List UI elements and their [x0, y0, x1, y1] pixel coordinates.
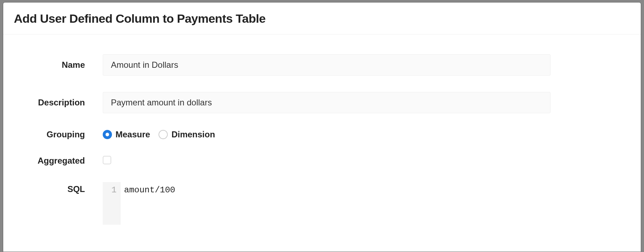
label-description: Description — [17, 98, 103, 108]
radio-dot-icon — [103, 130, 112, 139]
label-sql: SQL — [17, 182, 103, 194]
radio-dot-icon — [159, 130, 168, 139]
add-column-modal: Add User Defined Column to Payments Tabl… — [3, 2, 641, 252]
radio-measure[interactable]: Measure — [103, 130, 150, 139]
modal-header: Add User Defined Column to Payments Tabl… — [3, 2, 641, 34]
row-description: Description — [17, 92, 627, 113]
sql-line-gutter: 1 — [103, 182, 120, 225]
label-grouping: Grouping — [17, 130, 103, 139]
row-sql: SQL 1 amount/100 — [17, 182, 627, 225]
sql-code-content[interactable]: amount/100 — [120, 182, 551, 225]
sql-editor[interactable]: 1 amount/100 — [103, 182, 551, 225]
aggregated-checkbox[interactable] — [103, 156, 111, 164]
label-aggregated: Aggregated — [17, 156, 103, 166]
radio-dimension-label: Dimension — [171, 130, 215, 139]
name-input[interactable] — [103, 54, 551, 76]
row-grouping: Grouping Measure Dimension — [17, 130, 627, 139]
description-input[interactable] — [103, 92, 551, 113]
row-aggregated: Aggregated — [17, 156, 627, 166]
modal-title: Add User Defined Column to Payments Tabl… — [14, 12, 630, 26]
radio-dimension[interactable]: Dimension — [159, 130, 215, 139]
modal-body: Name Description Grouping Measure — [3, 34, 641, 225]
row-name: Name — [17, 54, 627, 76]
label-name: Name — [17, 60, 103, 70]
grouping-radio-group: Measure Dimension — [103, 130, 551, 139]
radio-measure-label: Measure — [116, 130, 150, 139]
